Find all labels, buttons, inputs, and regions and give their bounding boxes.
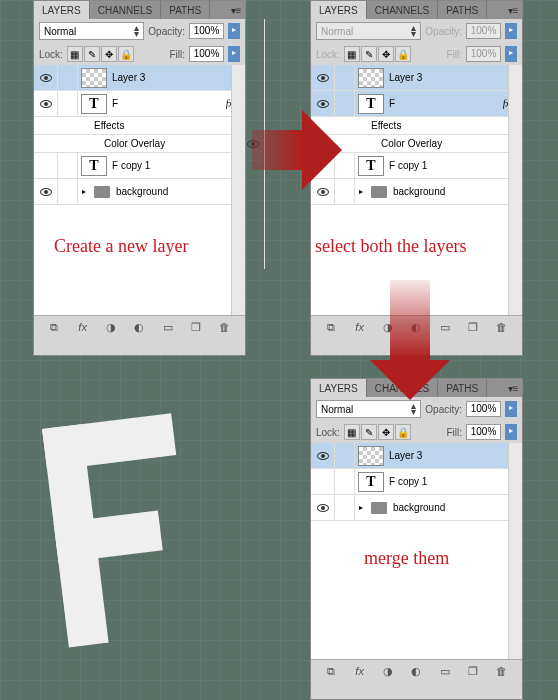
layer-row-f[interactable]: T F fx ▾	[311, 91, 522, 117]
text-layer-thumbnail[interactable]: T	[358, 472, 384, 492]
color-overlay-row[interactable]: Color Overlay	[34, 135, 245, 153]
new-layer-icon[interactable]: ❐	[187, 320, 205, 334]
layer-name[interactable]: background	[391, 502, 522, 513]
tab-layers[interactable]: LAYERS	[311, 1, 367, 19]
link-col[interactable]	[58, 91, 78, 116]
group-expand-icon[interactable]: ▸	[82, 187, 86, 196]
visibility-toggle[interactable]	[34, 153, 58, 178]
layer-name[interactable]: Layer 3	[387, 72, 522, 83]
link-col[interactable]	[335, 495, 355, 520]
layer-name[interactable]: F copy 1	[387, 476, 522, 487]
lock-position-icon[interactable]: ✥	[378, 424, 394, 440]
layer-row-fcopy[interactable]: T F copy 1	[34, 153, 245, 179]
fill-flyout-icon[interactable]: ▸	[505, 424, 517, 440]
panel-menu-icon[interactable]: ▾≡	[504, 1, 522, 19]
layer-style-icon[interactable]: fx	[351, 664, 369, 678]
new-group-icon[interactable]: ▭	[159, 320, 177, 334]
layer-row-background[interactable]: ▸ background	[34, 179, 245, 205]
tab-layers[interactable]: LAYERS	[34, 1, 90, 19]
color-overlay-row[interactable]: Color Overlay	[311, 135, 522, 153]
tab-paths[interactable]: PATHS	[161, 1, 210, 19]
new-group-icon[interactable]: ▭	[436, 664, 454, 678]
fill-flyout-icon[interactable]: ▸	[228, 46, 240, 62]
layer-row-background[interactable]: ▸ background	[311, 495, 522, 521]
blend-mode-select[interactable]: Normal ▴▾	[39, 22, 144, 40]
panel-menu-icon[interactable]: ▾≡	[504, 379, 522, 397]
layer-name[interactable]: F copy 1	[387, 160, 522, 171]
blend-mode-select[interactable]: Normal ▴▾	[316, 400, 421, 418]
link-layers-icon[interactable]: ⧉	[322, 320, 340, 334]
layer-style-icon[interactable]: fx	[74, 320, 92, 334]
visibility-toggle[interactable]	[311, 65, 335, 90]
text-layer-thumbnail[interactable]: T	[81, 156, 107, 176]
lock-all-icon[interactable]: 🔒	[118, 46, 134, 62]
group-expand-icon[interactable]: ▸	[359, 187, 363, 196]
text-layer-thumbnail[interactable]: T	[358, 156, 384, 176]
lock-transparency-icon[interactable]: ▦	[67, 46, 83, 62]
fill-input[interactable]: 100%	[466, 424, 501, 440]
lock-pixels-icon[interactable]: ✎	[361, 424, 377, 440]
layer-name[interactable]: Layer 3	[110, 72, 245, 83]
tab-channels[interactable]: CHANNELS	[367, 1, 438, 19]
opacity-input[interactable]: 100%	[189, 23, 224, 39]
layer-name[interactable]: Layer 3	[387, 450, 522, 461]
panel-menu-icon[interactable]: ▾≡	[227, 1, 245, 19]
adjustment-layer-icon[interactable]: ◐	[130, 320, 148, 334]
opacity-flyout-icon[interactable]: ▸	[505, 401, 517, 417]
effects-row[interactable]: Effects	[34, 117, 245, 135]
layer-row-background[interactable]: ▸ background	[311, 179, 522, 205]
visibility-toggle[interactable]	[34, 179, 58, 204]
layer-row-fcopy[interactable]: T F copy 1	[311, 469, 522, 495]
visibility-toggle[interactable]	[34, 65, 58, 90]
visibility-toggle[interactable]	[34, 91, 58, 116]
delete-layer-icon[interactable]: 🗑	[493, 320, 511, 334]
layer-row-f[interactable]: T F fx ▾	[34, 91, 245, 117]
adjustment-layer-icon[interactable]: ◐	[407, 664, 425, 678]
layer-mask-icon[interactable]: ◑	[102, 320, 120, 334]
text-layer-thumbnail[interactable]: T	[81, 94, 107, 114]
new-layer-icon[interactable]: ❐	[464, 320, 482, 334]
layer-row-layer3[interactable]: Layer 3	[311, 443, 522, 469]
scrollbar[interactable]	[508, 65, 522, 315]
layer-name[interactable]: F copy 1	[110, 160, 245, 171]
layer-thumbnail[interactable]	[358, 446, 384, 466]
lock-all-icon[interactable]: 🔒	[395, 424, 411, 440]
link-col[interactable]	[335, 469, 355, 494]
lock-pixels-icon[interactable]: ✎	[84, 46, 100, 62]
link-layers-icon[interactable]: ⧉	[45, 320, 63, 334]
link-col[interactable]	[335, 443, 355, 468]
tab-channels[interactable]: CHANNELS	[90, 1, 161, 19]
lock-transparency-icon[interactable]: ▦	[344, 424, 360, 440]
visibility-toggle[interactable]	[311, 469, 335, 494]
visibility-toggle[interactable]	[311, 443, 335, 468]
layer-name[interactable]: background	[114, 186, 245, 197]
visibility-toggle[interactable]	[311, 495, 335, 520]
fill-input[interactable]: 100%	[189, 46, 224, 62]
new-layer-icon[interactable]: ❐	[464, 664, 482, 678]
layer-row-layer3[interactable]: Layer 3	[311, 65, 522, 91]
link-col[interactable]	[58, 179, 78, 204]
layer-row-layer3[interactable]: Layer 3	[34, 65, 245, 91]
layer-name[interactable]: background	[391, 186, 522, 197]
layer-mask-icon[interactable]: ◑	[379, 664, 397, 678]
delete-layer-icon[interactable]: 🗑	[493, 664, 511, 678]
tab-layers[interactable]: LAYERS	[311, 379, 367, 397]
lock-position-icon[interactable]: ✥	[101, 46, 117, 62]
text-layer-thumbnail[interactable]: T	[358, 94, 384, 114]
link-col[interactable]	[58, 153, 78, 178]
opacity-input[interactable]: 100%	[466, 401, 501, 417]
link-col[interactable]	[335, 65, 355, 90]
effects-row[interactable]: Effects	[311, 117, 522, 135]
delete-layer-icon[interactable]: 🗑	[216, 320, 234, 334]
layer-style-icon[interactable]: fx	[351, 320, 369, 334]
new-group-icon[interactable]: ▭	[436, 320, 454, 334]
scrollbar[interactable]	[508, 443, 522, 659]
layer-thumbnail[interactable]	[358, 68, 384, 88]
layer-row-fcopy[interactable]: T F copy 1	[311, 153, 522, 179]
layer-name[interactable]: F	[110, 98, 226, 109]
group-expand-icon[interactable]: ▸	[359, 503, 363, 512]
tab-paths[interactable]: PATHS	[438, 1, 487, 19]
link-col[interactable]	[58, 65, 78, 90]
layer-thumbnail[interactable]	[81, 68, 107, 88]
opacity-flyout-icon[interactable]: ▸	[228, 23, 240, 39]
